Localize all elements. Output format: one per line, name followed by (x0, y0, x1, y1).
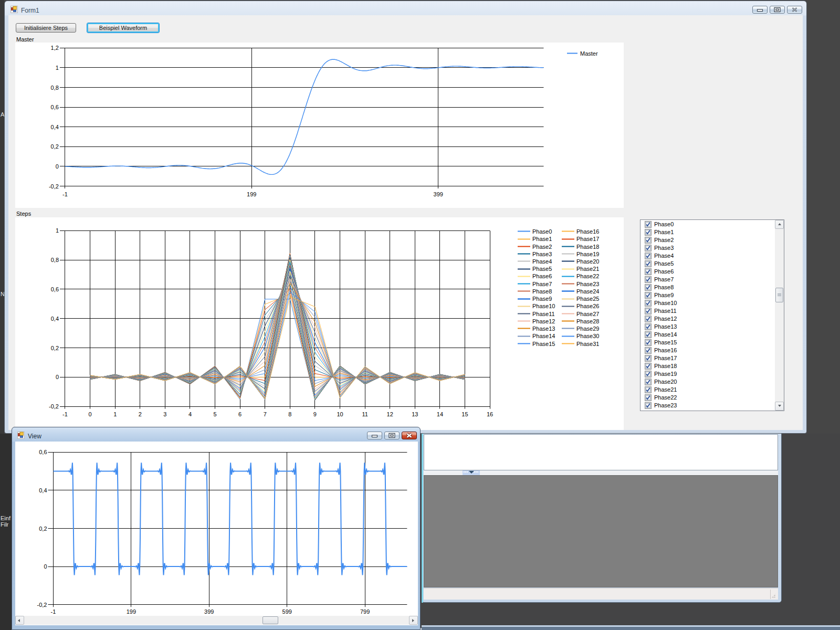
svg-text:15: 15 (461, 411, 468, 417)
svg-text:2: 2 (139, 411, 142, 417)
svg-text:Phase1: Phase1 (532, 236, 552, 242)
svg-text:16: 16 (487, 411, 493, 417)
svg-text:Phase7: Phase7 (532, 281, 552, 287)
svg-text:1: 1 (113, 411, 117, 417)
svg-text:8: 8 (288, 411, 291, 417)
svg-text:399: 399 (434, 191, 443, 197)
svg-text:Phase0: Phase0 (532, 228, 552, 235)
svg-text:Phase26: Phase26 (576, 303, 599, 309)
svg-text:Phase22: Phase22 (576, 273, 599, 279)
svg-text:-0,2: -0,2 (37, 602, 47, 608)
svg-text:0,4: 0,4 (51, 316, 59, 322)
svg-text:7: 7 (264, 411, 267, 417)
svg-text:1: 1 (56, 65, 59, 71)
svg-text:0,2: 0,2 (51, 143, 59, 150)
svg-text:Phase27: Phase27 (576, 311, 599, 317)
svg-text:0,6: 0,6 (51, 286, 59, 292)
svg-text:14: 14 (437, 411, 443, 417)
svg-text:Phase10: Phase10 (532, 303, 555, 309)
svg-text:1,2: 1,2 (51, 45, 59, 51)
svg-text:-1: -1 (51, 608, 56, 615)
svg-text:Phase5: Phase5 (532, 266, 552, 272)
svg-text:799: 799 (360, 608, 370, 615)
svg-text:Phase12: Phase12 (532, 318, 555, 324)
svg-text:0: 0 (56, 163, 59, 170)
svg-text:Phase18: Phase18 (576, 244, 599, 250)
svg-text:9: 9 (313, 411, 317, 417)
svg-text:0,6: 0,6 (51, 104, 59, 110)
svg-text:Phase11: Phase11 (532, 311, 555, 317)
svg-text:Phase16: Phase16 (576, 228, 599, 235)
svg-text:12: 12 (387, 411, 393, 417)
svg-text:5: 5 (213, 411, 216, 417)
svg-text:0,2: 0,2 (39, 526, 47, 532)
svg-text:199: 199 (127, 608, 136, 615)
svg-text:11: 11 (362, 411, 368, 417)
svg-text:Phase31: Phase31 (576, 341, 599, 347)
svg-text:Phase4: Phase4 (532, 258, 552, 265)
svg-text:Phase13: Phase13 (532, 326, 555, 332)
svg-text:Phase21: Phase21 (576, 266, 599, 272)
svg-text:Phase24: Phase24 (576, 288, 599, 295)
svg-text:0: 0 (44, 563, 47, 570)
svg-text:Phase6: Phase6 (532, 273, 552, 279)
svg-text:399: 399 (204, 608, 214, 615)
svg-text:-1: -1 (62, 191, 68, 197)
svg-text:Phase9: Phase9 (532, 296, 552, 302)
svg-text:6: 6 (238, 411, 242, 417)
svg-text:10: 10 (337, 411, 343, 417)
svg-text:1: 1 (56, 227, 59, 234)
svg-text:0,4: 0,4 (51, 124, 59, 130)
svg-text:0,4: 0,4 (39, 487, 47, 494)
svg-text:-0,2: -0,2 (49, 183, 59, 190)
svg-text:0,2: 0,2 (51, 345, 59, 351)
svg-text:4: 4 (188, 411, 192, 417)
svg-text:Phase3: Phase3 (532, 251, 552, 257)
svg-text:Phase25: Phase25 (576, 296, 599, 302)
svg-text:Phase15: Phase15 (532, 341, 555, 347)
svg-text:Phase23: Phase23 (576, 281, 599, 287)
svg-text:Master: Master (580, 50, 598, 57)
svg-text:-0,2: -0,2 (49, 403, 59, 410)
svg-text:0: 0 (56, 374, 59, 380)
svg-text:Phase20: Phase20 (576, 258, 599, 265)
svg-text:13: 13 (412, 411, 418, 417)
svg-text:599: 599 (282, 608, 292, 615)
svg-text:0: 0 (89, 411, 92, 417)
svg-text:3: 3 (163, 411, 166, 417)
svg-text:Phase14: Phase14 (532, 333, 555, 339)
svg-text:Phase2: Phase2 (532, 244, 552, 250)
svg-text:-1: -1 (62, 411, 68, 417)
svg-text:Phase19: Phase19 (576, 251, 599, 257)
svg-text:Phase30: Phase30 (576, 333, 599, 339)
svg-text:0,8: 0,8 (51, 257, 59, 263)
svg-text:Phase29: Phase29 (576, 326, 599, 332)
svg-text:199: 199 (247, 191, 256, 197)
svg-text:Phase17: Phase17 (576, 236, 599, 242)
svg-text:0,8: 0,8 (51, 85, 59, 91)
svg-text:0,6: 0,6 (39, 449, 47, 455)
svg-text:Phase8: Phase8 (532, 288, 552, 295)
svg-text:Phase28: Phase28 (576, 318, 599, 324)
